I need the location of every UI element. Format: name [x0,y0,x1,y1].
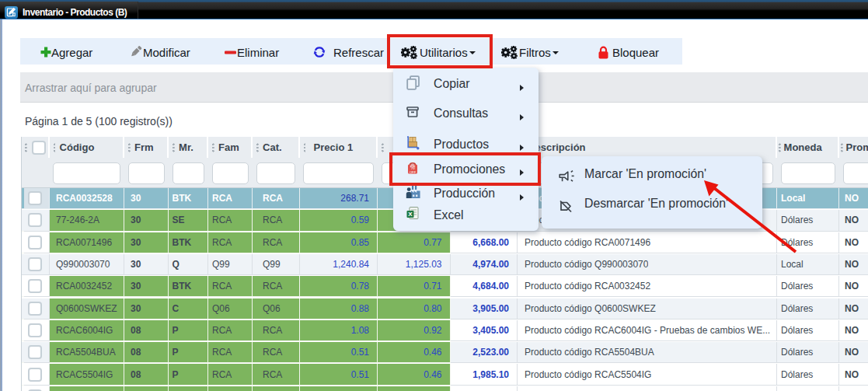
svg-text:X: X [408,211,413,218]
